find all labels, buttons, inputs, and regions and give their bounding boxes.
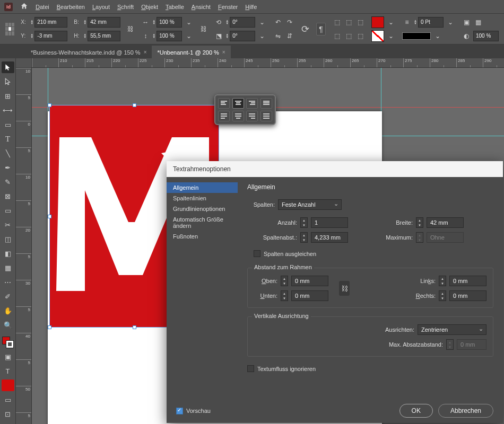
w-spinner[interactable]: ▲▼ (83, 20, 86, 25)
align-center-icon[interactable]: ⬚ (344, 17, 353, 27)
bottom-input[interactable] (291, 290, 328, 301)
balance-columns-checkbox[interactable]: Spalten ausgleichen (254, 250, 316, 257)
fill-stroke-swatch[interactable] (2, 337, 14, 348)
columns-type-select[interactable]: Feste Anzahl (278, 199, 342, 210)
menu-ansicht[interactable]: Ansicht (192, 4, 211, 10)
distribute-h-icon[interactable]: ⬚ (332, 31, 342, 41)
scissors-tool[interactable]: ✂ (2, 219, 14, 231)
top-spinner[interactable]: ▲▼ (281, 276, 288, 286)
right-spinner[interactable]: ▲▼ (439, 290, 446, 301)
menu-hilfe[interactable]: Hilfe (245, 4, 257, 10)
document-tab[interactable]: *Business-Weihnachtskarte.indd @ 150 %× (25, 46, 152, 58)
shear-input[interactable] (230, 31, 255, 41)
stroke-weight-input[interactable] (418, 17, 444, 28)
link-inset-icon[interactable]: ⛓ (339, 281, 350, 296)
flip-h-icon[interactable]: ⇋ (273, 31, 283, 41)
sw-spinner[interactable]: ▲▼ (414, 20, 417, 25)
sw-dropdown-icon[interactable]: ⌄ (446, 17, 455, 27)
line-tool[interactable]: ╲ (2, 147, 14, 159)
gradient-swatch-tool[interactable]: ◧ (2, 248, 14, 259)
resize-handle[interactable] (48, 325, 51, 329)
rectangle-tool[interactable]: ▭ (2, 205, 14, 216)
shear-dropdown-icon[interactable]: ⌄ (257, 31, 267, 41)
content-collector-tool[interactable]: ▭ (2, 119, 14, 130)
sidebar-item-fussnoten[interactable]: Fußnoten (167, 231, 238, 242)
view-options-icon[interactable]: ⊡ (2, 408, 14, 420)
format-container-icon[interactable]: ▣ (2, 351, 14, 363)
stroke-dropdown-icon[interactable]: ⌄ (386, 31, 396, 41)
left-input[interactable] (449, 276, 486, 286)
clear-transform-icon[interactable]: ⟳ (301, 24, 310, 34)
gutter-spinner[interactable]: ▲▼ (300, 232, 308, 243)
type-tool[interactable]: T (2, 133, 14, 145)
sidebar-item-grundlinien[interactable]: Grundlinienoptionen (167, 204, 238, 214)
width-spinner[interactable]: ▲▼ (416, 217, 423, 228)
sidebar-item-spaltenlinien[interactable]: Spaltenlinien (167, 193, 238, 204)
constrain-wh-icon[interactable]: ⛓ (127, 24, 134, 34)
h-spinner[interactable]: ▲▼ (83, 33, 86, 39)
w-input[interactable] (88, 17, 120, 28)
resize-handle[interactable] (133, 325, 136, 329)
vertical-align-select[interactable]: Zentrieren (418, 324, 486, 335)
rotate-dropdown-icon[interactable]: ⌄ (257, 17, 267, 27)
align-center-btn[interactable] (232, 98, 244, 109)
align-bottom-btn[interactable] (246, 98, 258, 109)
x-input[interactable] (34, 17, 67, 28)
eyedropper-tool[interactable]: ✐ (2, 290, 14, 302)
scale-x-input[interactable] (157, 17, 182, 28)
opacity-input[interactable] (473, 31, 499, 41)
flip-v-icon[interactable]: ⇵ (285, 31, 294, 41)
stroke-color-swatch[interactable] (371, 30, 384, 42)
horizontal-ruler[interactable]: 2102152202252302352402452502552602652702… (32, 58, 504, 68)
menu-fenster[interactable]: Fenster (218, 4, 238, 10)
close-icon[interactable]: × (222, 49, 225, 55)
rotate-ccw-icon[interactable]: ↶ (273, 17, 283, 27)
scale-y-input[interactable] (157, 31, 182, 41)
gradient-feather-tool[interactable]: ▦ (2, 262, 14, 273)
count-spinner[interactable]: ▲▼ (300, 217, 308, 228)
page-tool[interactable]: ⊞ (2, 90, 14, 102)
rotate-input[interactable] (230, 17, 255, 28)
document-tab[interactable]: *Unbenannt-1 @ 200 %× (152, 46, 230, 58)
rectangle-frame-tool[interactable]: ⊠ (2, 190, 14, 202)
gap-tool[interactable]: ⟷ (2, 104, 14, 116)
left-spinner[interactable]: ▲▼ (439, 276, 446, 286)
wrap-icon[interactable]: ▦ (473, 17, 483, 27)
ok-button[interactable]: OK (399, 404, 433, 418)
y-spinner[interactable]: ▲▼ (30, 33, 33, 39)
count-input[interactable] (311, 217, 348, 228)
scale-x-dropdown-icon[interactable]: ⌄ (184, 17, 194, 27)
distribute-v-icon[interactable]: ⬚ (344, 31, 353, 41)
align-opt7-btn[interactable] (246, 111, 258, 121)
fill-dropdown-icon[interactable]: ⌄ (386, 17, 396, 27)
fill-color-swatch[interactable] (371, 16, 384, 28)
stroke-style-preview[interactable] (402, 32, 431, 40)
align-opt8-btn[interactable] (260, 111, 272, 121)
selection-tool[interactable] (2, 61, 14, 73)
width-input[interactable] (427, 217, 464, 228)
vertical-ruler[interactable]: 10505105205305405505 (16, 68, 32, 424)
pencil-tool[interactable]: ✎ (2, 176, 14, 188)
close-icon[interactable]: × (144, 49, 147, 55)
align-right-icon[interactable]: ⬚ (355, 17, 365, 27)
ruler-origin[interactable] (16, 58, 32, 68)
menu-tabelle[interactable]: Tabelle (166, 4, 184, 10)
shear-spinner[interactable]: ▲▼ (225, 33, 229, 39)
scalex-spinner[interactable]: ▲▼ (152, 20, 155, 25)
preview-checkbox[interactable]: Vorschau (176, 408, 211, 414)
format-text-icon[interactable]: T (2, 365, 14, 377)
scaley-spinner[interactable]: ▲▼ (152, 33, 155, 39)
constrain-scale-icon[interactable]: ⛓ (200, 24, 207, 34)
gutter-input[interactable] (311, 232, 348, 243)
screen-mode-icon[interactable]: ▭ (2, 394, 14, 405)
menu-layout[interactable]: Layout (92, 4, 110, 10)
menu-objekt[interactable]: Objekt (141, 4, 158, 10)
zoom-tool[interactable]: 🔍 (2, 319, 14, 331)
menu-datei[interactable]: Datei (36, 4, 49, 10)
stroke-style-dropdown-icon[interactable]: ⌄ (433, 31, 442, 41)
rotate-cw-icon[interactable]: ↷ (285, 17, 294, 27)
direct-selection-tool[interactable] (2, 76, 14, 87)
top-input[interactable] (291, 276, 328, 286)
menu-bearbeiten[interactable]: Bearbeiten (57, 4, 85, 10)
dialog-title-bar[interactable]: Textrahmenoptionen (167, 161, 503, 177)
